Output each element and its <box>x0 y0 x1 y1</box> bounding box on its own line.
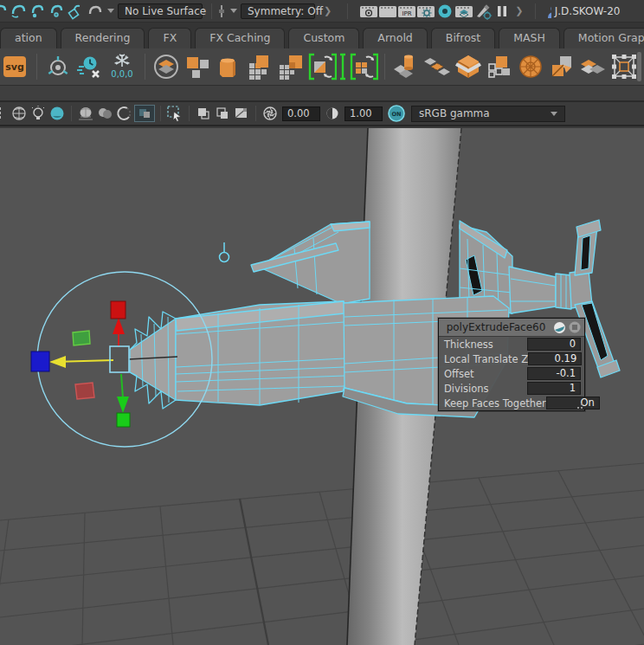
pivot-marker <box>220 242 229 262</box>
hud-row-label: Keep Faces Together <box>444 397 546 410</box>
shelf-tab[interactable]: FX <box>148 28 191 48</box>
extrude-icon[interactable] <box>391 52 421 81</box>
exposure-field[interactable]: 0.00 <box>282 106 320 121</box>
hud-row-value[interactable]: -0.1 <box>527 367 581 380</box>
hud-menu-icon[interactable] <box>569 321 581 333</box>
isolate-select-add-icon[interactable] <box>214 105 231 122</box>
toolbar-expand-arrow[interactable]: ❯ <box>515 5 523 16</box>
z-axis-handle <box>121 374 123 398</box>
bridge-icon[interactable] <box>422 52 452 81</box>
shaded-display-icon[interactable] <box>48 105 66 122</box>
isolate-select-icon[interactable] <box>195 105 212 122</box>
divider <box>71 106 72 121</box>
fill-hole-icon[interactable] <box>214 52 243 81</box>
hud-row-value[interactable]: On <box>546 397 600 410</box>
ipr-render-icon[interactable]: IPR <box>397 2 416 21</box>
hud-row-value[interactable]: 1 <box>527 382 581 395</box>
snap-projected-center-icon[interactable] <box>47 2 66 21</box>
offset-handle-green <box>73 331 90 345</box>
symmetrize-icon[interactable] <box>349 52 378 81</box>
separate-icon[interactable] <box>183 52 212 81</box>
live-surface-field[interactable]: No Live Surface <box>118 3 203 19</box>
shelf-tab[interactable]: Custom <box>288 28 359 48</box>
exposure-icon[interactable] <box>261 105 279 122</box>
hud-row-value[interactable]: 0.19 <box>528 352 582 365</box>
textured-display-icon[interactable] <box>77 105 94 122</box>
use-all-lights-icon[interactable] <box>96 105 113 122</box>
hud-row-value[interactable]: 0 <box>527 338 581 351</box>
delete-history-icon[interactable] <box>74 52 104 81</box>
divider <box>535 3 536 19</box>
hud-row: Offset -0.1 <box>439 366 584 381</box>
hud-row-label: Local Translate Z <box>444 353 528 365</box>
colorspace-dropdown[interactable]: sRGB gamma <box>411 106 565 122</box>
screen-space-ao-toggle[interactable] <box>134 105 155 122</box>
lighting-icon[interactable] <box>29 105 47 122</box>
shelf: svg 0,0,0 <box>0 48 644 85</box>
render-settings-icon[interactable] <box>416 2 435 21</box>
shelf-tab[interactable]: Motion Graphics <box>564 28 644 48</box>
combine-icon[interactable] <box>151 52 181 81</box>
snap-options-caret[interactable] <box>107 9 114 13</box>
smooth-icon[interactable] <box>245 52 274 81</box>
render-view-icon[interactable] <box>359 2 378 21</box>
shelf-tab[interactable]: ation <box>0 28 57 48</box>
snap-point-icon[interactable] <box>28 2 47 21</box>
paint-effects-icon[interactable] <box>473 2 493 21</box>
joint-tool-icon[interactable] <box>43 52 73 81</box>
subdivide-icon[interactable] <box>276 52 306 81</box>
snap-view-plane-icon[interactable] <box>66 2 85 21</box>
select-tool-icon[interactable] <box>166 105 184 122</box>
image-plane-icon[interactable] <box>233 105 250 122</box>
hud-title-bar[interactable]: polyExtrudeFace60 <box>439 319 584 337</box>
viewport-3d[interactable]: polyExtrudeFace60 Thickness 0 Local Tran… <box>0 128 644 645</box>
user-account[interactable]: J.D.SKOW-20 <box>545 3 620 20</box>
shelf-tab[interactable]: FX Caching <box>195 28 285 48</box>
duplicate-face-icon[interactable] <box>578 52 608 81</box>
x-extrude-handle <box>31 352 49 371</box>
grid-display-icon[interactable] <box>0 105 9 122</box>
render-frame-icon[interactable] <box>378 2 397 21</box>
divider <box>384 54 385 80</box>
symmetry-axis-icon[interactable] <box>338 52 347 81</box>
shelf-tab[interactable]: Rendering <box>61 28 145 48</box>
snap-curve-icon[interactable] <box>9 2 28 21</box>
divider <box>160 106 161 121</box>
quad-draw-icon[interactable] <box>547 52 576 81</box>
circularize-icon[interactable] <box>516 52 545 81</box>
symmetry-caret[interactable] <box>230 9 237 13</box>
shelf-tab[interactable]: MASH <box>499 28 560 48</box>
svg-text:IPR: IPR <box>402 10 412 16</box>
grid-floor <box>0 463 644 645</box>
mirror-object-icon[interactable] <box>307 52 337 81</box>
hud-title-text: polyExtrudeFace60 <box>439 321 553 333</box>
user-icon <box>545 3 551 20</box>
gamma-icon[interactable] <box>324 105 341 122</box>
gamma-field[interactable]: 1.00 <box>345 106 383 121</box>
toolbar-expand-arrow[interactable]: ❯ <box>324 5 332 16</box>
shelf-scrollbar[interactable] <box>637 52 641 81</box>
multi-cut-icon[interactable] <box>485 52 514 81</box>
svg-tool-icon[interactable]: svg <box>1 52 30 81</box>
snap-grid-icon[interactable] <box>0 2 9 21</box>
hypershade-icon[interactable] <box>435 2 454 21</box>
pause-icon[interactable] <box>493 2 512 21</box>
light-editor-icon[interactable] <box>454 2 473 21</box>
symmetry-slider-icon[interactable] <box>216 2 227 21</box>
hud-swatch-icon[interactable] <box>553 321 566 334</box>
shadows-icon[interactable] <box>115 105 132 122</box>
make-live-icon[interactable] <box>85 2 104 21</box>
lattice-icon[interactable] <box>609 52 639 81</box>
bevel-icon[interactable] <box>454 52 483 81</box>
shelf-tab[interactable]: Arnold <box>363 28 427 48</box>
divider <box>189 106 190 121</box>
poly-extrude-hud[interactable]: polyExtrudeFace60 Thickness 0 Local Tran… <box>438 318 585 411</box>
freeze-transform-icon[interactable]: 0,0,0 <box>106 52 138 81</box>
shelf-tab[interactable]: Bifrost <box>431 28 495 48</box>
shelf-tab-bar: ation Rendering FX FX Caching Custom Arn… <box>0 23 644 48</box>
color-management-toggle[interactable]: ON <box>386 105 407 122</box>
hud-resize-grip[interactable] <box>576 403 583 410</box>
wireframe-shading-icon[interactable] <box>10 105 28 122</box>
hud-row-label: Divisions <box>444 383 527 395</box>
symmetry-field[interactable]: Symmetry: Off <box>241 3 315 19</box>
